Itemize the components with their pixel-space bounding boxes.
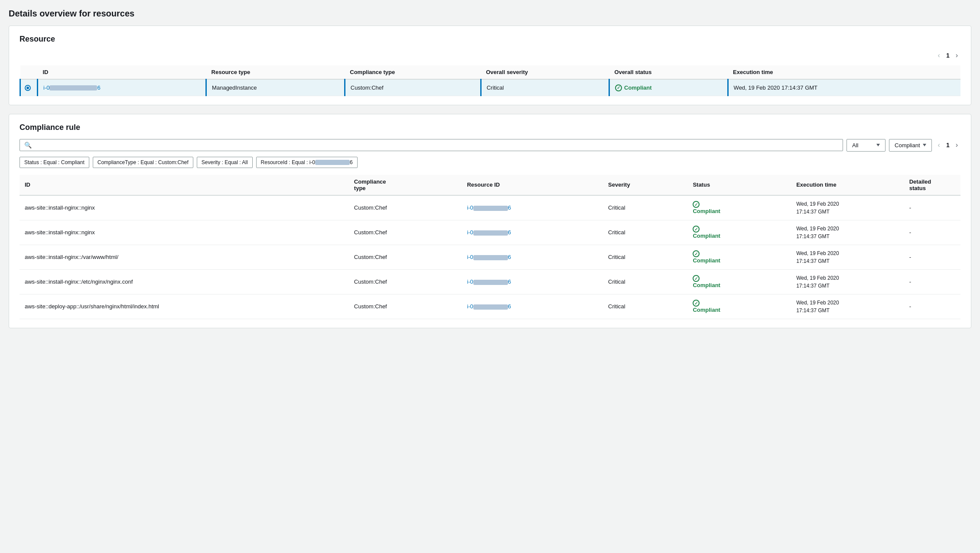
resource-col-resource-type: Resource type [206, 65, 345, 79]
resource-col-execution-time: Execution time [728, 65, 960, 79]
id-blurred [473, 304, 508, 310]
compliance-row-detailed-status: - [904, 220, 960, 245]
table-row[interactable]: aws-site::deploy-app::/usr/share/nginx/h… [20, 294, 960, 319]
compliance-row-compliance-type: Custom:Chef [349, 294, 462, 319]
filter-tag-resource-id[interactable]: ResourceId : Equal : i-06 [256, 157, 358, 168]
compliance-row-resource-id: i-06 [462, 245, 603, 269]
compliance-table: ID Compliancetype Resource ID Severity S… [20, 175, 960, 319]
radio-dot [25, 85, 31, 91]
filter-tag-severity[interactable]: Severity : Equal : All [197, 157, 253, 168]
compliance-rule-section-title: Compliance rule [20, 123, 960, 132]
compliance-row-severity: Critical [603, 269, 687, 294]
check-circle-icon: ✓ [693, 275, 700, 282]
table-row[interactable]: i-06 ManagedInstance Custom:Chef Critica… [20, 79, 961, 96]
compliance-prev-btn[interactable]: ‹ [935, 140, 943, 150]
compliance-row-status: ✓ Compliant [687, 294, 791, 319]
compliance-col-compliance-type: Compliancetype [349, 175, 462, 195]
compliance-row-execution-time: Wed, 19 Feb 2020 17:14:37 GMT [791, 220, 904, 245]
resource-col-overall-status: Overall status [609, 65, 728, 79]
filter-tag-compliance-type[interactable]: ComplianceType : Equal : Custom:Chef [93, 157, 193, 168]
compliance-row-compliance-type: Custom:Chef [349, 220, 462, 245]
resource-id-link[interactable]: i-06 [467, 303, 511, 310]
id-blurred [473, 230, 508, 236]
compliance-row-id: aws-site::install-nginx::/var/www/html/ [20, 245, 349, 269]
search-wrapper: 🔍 [20, 139, 843, 151]
compliance-row-severity: Critical [603, 245, 687, 269]
id-blurred [49, 85, 97, 91]
compliance-row-resource-id: i-06 [462, 220, 603, 245]
compliance-row-id: aws-site::install-nginx::nginx [20, 195, 349, 220]
id-blurred [473, 255, 508, 260]
resource-col-id: ID [38, 65, 206, 79]
compliance-row-status: ✓ Compliant [687, 195, 791, 220]
compliance-rule-section: Compliance rule 🔍 All Compliant ‹ 1 › St… [9, 114, 971, 328]
compliance-col-severity: Severity [603, 175, 687, 195]
compliance-row-execution-time: Wed, 19 Feb 2020 17:14:37 GMT [791, 269, 904, 294]
status-compliant-badge: ✓ [693, 201, 700, 208]
chevron-down-icon [876, 144, 880, 146]
resource-id-link[interactable]: i-06 [467, 204, 511, 211]
check-circle-icon: ✓ [615, 84, 622, 91]
resource-section: Resource ‹ 1 › ID Resource type Complian… [9, 26, 971, 105]
check-circle-icon: ✓ [693, 201, 700, 208]
resource-prev-btn[interactable]: ‹ [935, 51, 943, 60]
search-icon: 🔍 [24, 142, 32, 149]
table-row[interactable]: aws-site::install-nginx::nginx Custom:Ch… [20, 220, 960, 245]
compliance-row-compliance-type: Custom:Chef [349, 195, 462, 220]
compliance-row-id: aws-site::install-nginx::/etc/nginx/ngin… [20, 269, 349, 294]
chevron-down-icon [923, 144, 926, 146]
compliance-row-detailed-status: - [904, 245, 960, 269]
filter-status-dropdown[interactable]: Compliant [889, 139, 932, 152]
compliance-row-execution-time: Wed, 19 Feb 2020 17:14:37 GMT [791, 195, 904, 220]
compliance-table-header: ID Compliancetype Resource ID Severity S… [20, 175, 960, 195]
status-label: Compliant [693, 282, 786, 288]
radio-dot-inner [26, 87, 29, 89]
check-circle-icon: ✓ [693, 250, 700, 257]
compliance-col-resource-id: Resource ID [462, 175, 603, 195]
compliance-row-id: aws-site::deploy-app::/usr/share/nginx/h… [20, 294, 349, 319]
table-row[interactable]: aws-site::install-nginx::/etc/nginx/ngin… [20, 269, 960, 294]
compliance-col-execution-time: Execution time [791, 175, 904, 195]
resource-table-header: ID Resource type Compliance type Overall… [20, 65, 961, 79]
status-label: Compliant [693, 233, 786, 239]
resource-section-title: Resource [20, 35, 960, 44]
compliance-next-btn[interactable]: › [953, 140, 960, 150]
resource-id-link[interactable]: i-06 [467, 278, 511, 285]
id-blurred [473, 280, 508, 285]
table-row[interactable]: aws-site::install-nginx::/var/www/html/ … [20, 245, 960, 269]
compliance-row-resource-id: i-06 [462, 269, 603, 294]
resource-row-execution-time: Wed, 19 Feb 2020 17:14:37 GMT [728, 79, 960, 96]
compliance-col-id: ID [20, 175, 349, 195]
compliance-row-status: ✓ Compliant [687, 220, 791, 245]
filter-tags: Status : Equal : Compliant ComplianceTyp… [20, 157, 960, 168]
table-row[interactable]: aws-site::install-nginx::nginx Custom:Ch… [20, 195, 960, 220]
filter-tag-status[interactable]: Status : Equal : Compliant [20, 157, 89, 168]
status-compliant-badge: ✓ [693, 226, 700, 233]
status-compliant-badge: ✓ [693, 275, 700, 282]
compliance-row-status: ✓ Compliant [687, 245, 791, 269]
resource-row-id: i-06 [38, 79, 206, 96]
compliance-row-severity: Critical [603, 195, 687, 220]
compliance-row-compliance-type: Custom:Chef [349, 245, 462, 269]
compliance-row-detailed-status: - [904, 195, 960, 220]
search-input[interactable] [35, 142, 838, 149]
page-title: Details overview for resources [9, 9, 971, 19]
compliance-row-status: ✓ Compliant [687, 269, 791, 294]
resource-row-compliance-type: Custom:Chef [345, 79, 481, 96]
check-circle-icon: ✓ [693, 300, 700, 307]
compliance-col-status: Status [687, 175, 791, 195]
filter-tag-blurred [315, 160, 350, 165]
resource-id-link[interactable]: i-06 [43, 84, 101, 91]
status-label: Compliant [693, 307, 786, 313]
compliance-col-detailed-status: Detailedstatus [904, 175, 960, 195]
filter-all-dropdown[interactable]: All [847, 139, 886, 152]
status-compliant-badge: ✓ Compliant [615, 84, 652, 91]
resource-id-link[interactable]: i-06 [467, 229, 511, 236]
resource-pagination: ‹ 1 › [20, 51, 960, 60]
resource-col-overall-severity: Overall severity [481, 65, 609, 79]
resource-id-link[interactable]: i-06 [467, 254, 511, 260]
resource-row-radio[interactable] [20, 79, 38, 96]
compliance-row-execution-time: Wed, 19 Feb 2020 17:14:37 GMT [791, 294, 904, 319]
check-circle-icon: ✓ [693, 226, 700, 233]
resource-next-btn[interactable]: › [953, 51, 960, 60]
